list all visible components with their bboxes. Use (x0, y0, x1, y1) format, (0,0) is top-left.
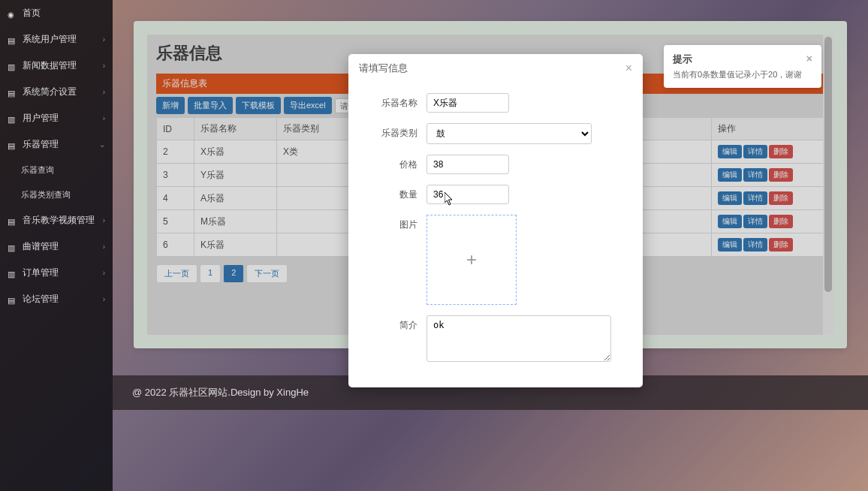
sidebar-item-label: 乐器管理 (23, 138, 59, 151)
sidebar-item-label: 论坛管理 (23, 293, 59, 306)
sidebar-item-label: 新闻数据管理 (23, 59, 77, 72)
chevron-right-icon: › (103, 35, 105, 44)
sidebar-item-videos[interactable]: 音乐教学视频管理 › (0, 207, 113, 233)
label-price: 价格 (359, 155, 426, 171)
sidebar-item-home[interactable]: 首页 (0, 0, 113, 26)
input-price[interactable] (426, 155, 509, 174)
label-qty: 数量 (359, 185, 426, 201)
chevron-down-icon: ⌄ (99, 140, 105, 149)
chevron-right-icon: › (103, 295, 105, 303)
input-name[interactable] (426, 93, 509, 113)
close-icon[interactable]: × (806, 53, 812, 66)
textarea-intro[interactable] (426, 315, 611, 362)
sidebar-item-instruments[interactable]: 乐器管理 ⌄ (0, 131, 113, 158)
toast: 提示 × 当前有0条数量值记录小于20，谢谢 (664, 45, 821, 88)
page-icon (8, 269, 18, 278)
sidebar-item-label: 曲谱管理 (23, 240, 59, 253)
sidebar-subitem-instrument-query[interactable]: 乐器查询 (0, 158, 113, 182)
sidebar-item-label: 音乐教学视频管理 (23, 214, 95, 227)
modal-body: 乐器名称 乐器类别 鼓 价格 数量 图片 + 简介 (348, 83, 643, 387)
sidebar-item-label: 订单管理 (23, 267, 59, 279)
label-category: 乐器类别 (359, 123, 426, 140)
sidebar-item-sysuser[interactable]: 系统用户管理 › (0, 26, 113, 53)
sidebar-item-sysintro[interactable]: 系统简介设置 › (0, 79, 113, 105)
sidebar-item-scores[interactable]: 曲谱管理 › (0, 233, 113, 260)
list-icon (8, 216, 18, 225)
sidebar-item-orders[interactable]: 订单管理 › (0, 260, 113, 286)
modal-title: 请填写信息 (359, 62, 408, 75)
sidebar-item-label: 首页 (23, 7, 41, 20)
sidebar-item-label: 乐器类别查询 (21, 189, 71, 200)
chevron-right-icon: › (103, 62, 105, 70)
sidebar-item-users[interactable]: 用户管理 › (0, 105, 113, 131)
label-name: 乐器名称 (359, 93, 426, 110)
label-intro: 简介 (359, 315, 426, 332)
page-icon (8, 114, 18, 123)
chevron-right-icon: › (103, 114, 105, 122)
sidebar-item-label: 用户管理 (23, 112, 59, 125)
sidebar: 首页 系统用户管理 › 新闻数据管理 › 系统简介设置 › 用户管理 › 乐器管… (0, 0, 113, 491)
input-qty[interactable] (426, 185, 509, 204)
select-category[interactable]: 鼓 (426, 123, 592, 144)
chevron-right-icon: › (103, 269, 105, 277)
list-icon (8, 88, 18, 97)
chevron-right-icon: › (103, 216, 105, 224)
dashboard-icon (8, 9, 18, 18)
sidebar-subitem-category-query[interactable]: 乐器类别查询 (0, 182, 113, 207)
close-icon[interactable]: × (625, 62, 632, 75)
plus-icon: + (466, 249, 477, 270)
page-icon (8, 242, 18, 252)
list-icon (8, 295, 18, 304)
sidebar-item-forum[interactable]: 论坛管理 › (0, 286, 113, 312)
modal-header: 请填写信息 × (348, 54, 643, 83)
edit-modal: 请填写信息 × 乐器名称 乐器类别 鼓 价格 数量 图片 + 简介 (348, 54, 643, 387)
sidebar-item-news[interactable]: 新闻数据管理 › (0, 53, 113, 79)
page-icon (8, 62, 18, 71)
sidebar-item-label: 系统用户管理 (23, 33, 77, 46)
toast-body: 当前有0条数量值记录小于20，谢谢 (673, 69, 812, 80)
sidebar-item-label: 系统简介设置 (23, 86, 77, 98)
chevron-right-icon: › (103, 242, 105, 251)
label-image: 图片 (359, 215, 426, 231)
image-uploader[interactable]: + (426, 215, 517, 305)
toast-title: 提示 (673, 53, 692, 66)
sidebar-item-label: 乐器查询 (21, 164, 54, 176)
chevron-right-icon: › (103, 88, 105, 96)
list-icon (8, 35, 18, 44)
list-icon (8, 140, 18, 149)
